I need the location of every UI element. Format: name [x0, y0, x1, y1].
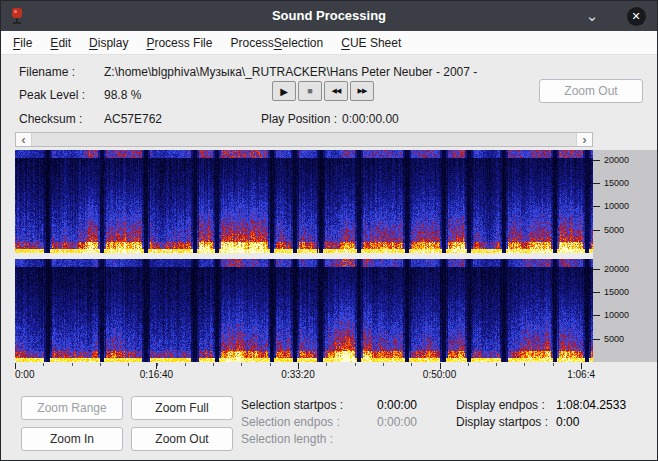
- filename-label: Filename :: [19, 65, 104, 79]
- menu-item-edit[interactable]: Edit: [41, 31, 80, 54]
- menu-bar: FileEditDisplayProcess FileProcess Selec…: [1, 31, 657, 55]
- rewind-button[interactable]: ◀◀: [324, 81, 348, 101]
- time-minor-tick: [241, 363, 242, 366]
- display-endpos-label: Display endpos :: [456, 398, 556, 412]
- freq-tick: [593, 230, 600, 231]
- chevron-right-icon: ›: [583, 133, 587, 147]
- stop-button[interactable]: ■: [298, 81, 322, 101]
- selection-startpos-label: Selection startpos :: [241, 398, 377, 412]
- peak-level-row: Peak Level : 98.8 %: [19, 88, 141, 102]
- horizontal-scrollbar: ‹ ›: [15, 132, 593, 147]
- freq-label: 15000: [604, 178, 629, 188]
- frequency-scale-bottom: 2000015000100005000: [593, 259, 657, 362]
- menu-item-process-file[interactable]: Process File: [137, 31, 221, 54]
- freq-tick: [593, 292, 600, 293]
- time-label: 0:16:40: [140, 369, 173, 380]
- time-minor-tick: [270, 363, 271, 366]
- time-axis: 0:000:16:400:33:200:50:001:06:4: [15, 363, 593, 383]
- chevron-left-icon: ‹: [22, 133, 26, 147]
- freq-label: 10000: [604, 201, 629, 211]
- client-area: Filename : Z:\home\blgphiva\Музыка\_RUTR…: [1, 55, 657, 461]
- chevron-down-icon: ⌄: [586, 7, 599, 25]
- selection-endpos-label: Selection endpos :: [241, 415, 377, 429]
- stop-icon: ■: [307, 86, 312, 96]
- filename-value: Z:\home\blgphiva\Музыка\_RUTRACKER\Hans …: [104, 65, 477, 79]
- title-bar: Sound Processing ⌄ ✕: [1, 1, 657, 31]
- play-icon: ▶: [280, 86, 288, 97]
- freq-tick: [593, 160, 600, 161]
- display-startpos-label: Display startpos :: [456, 415, 556, 429]
- zoom-out-top-button[interactable]: Zoom Out: [539, 79, 643, 103]
- checksum-label: Checksum :: [19, 112, 104, 126]
- transport-controls: ▶ ■ ◀◀ ▶▶: [272, 81, 374, 101]
- forward-button[interactable]: ▶▶: [350, 81, 374, 101]
- time-label: 0:50:00: [423, 369, 456, 380]
- filename-row: Filename : Z:\home\blgphiva\Музыка\_RUTR…: [19, 65, 477, 79]
- menu-item-process-selection[interactable]: Process Selection: [221, 31, 332, 54]
- scroll-right-button[interactable]: ›: [576, 133, 592, 146]
- selection-endpos-value: 0:00:00: [377, 415, 417, 429]
- minimize-button[interactable]: ⌄: [579, 1, 605, 31]
- close-button[interactable]: ✕: [623, 1, 649, 31]
- menu-item-file[interactable]: File: [4, 31, 41, 54]
- freq-tick: [593, 269, 600, 270]
- zoom-in-button[interactable]: Zoom In: [21, 427, 123, 451]
- spectrogram-right-channel[interactable]: [15, 259, 593, 362]
- spectrogram-left-channel[interactable]: [15, 150, 593, 253]
- scrollbar-thumb[interactable]: [32, 133, 576, 146]
- display-endpos-row: Display endpos : 1:08:04.2533: [456, 398, 626, 412]
- freq-label: 15000: [604, 287, 629, 297]
- play-position-label: Play Position :: [261, 112, 337, 126]
- menu-item-cue-sheet[interactable]: CUE Sheet: [332, 31, 410, 54]
- checksum-value: AC57E762: [104, 112, 162, 126]
- zoom-range-button[interactable]: Zoom Range: [21, 396, 123, 420]
- peak-level-value: 98.8 %: [104, 88, 141, 102]
- time-minor-tick: [128, 363, 129, 366]
- freq-tick: [593, 339, 600, 340]
- display-endpos-value: 1:08:04.2533: [556, 398, 626, 412]
- freq-tick: [593, 315, 600, 316]
- selection-startpos-value: 0:00:00: [377, 398, 417, 412]
- play-position-value: 0:00:00.00: [342, 112, 399, 126]
- selection-length-row: Selection length :: [241, 432, 377, 446]
- time-minor-tick: [468, 363, 469, 366]
- window-title: Sound Processing: [1, 1, 657, 31]
- time-minor-tick: [72, 363, 73, 366]
- time-label: 0:33:20: [281, 369, 314, 380]
- time-minor-tick: [383, 363, 384, 366]
- selection-startpos-row: Selection startpos : 0:00:00: [241, 398, 417, 412]
- time-minor-tick: [100, 363, 101, 366]
- frequency-scale-strip: 2000015000100005000 2000015000100005000: [593, 150, 657, 362]
- play-position-row: Play Position : 0:00:00.00: [261, 112, 399, 126]
- freq-tick: [593, 183, 600, 184]
- freq-tick: [593, 206, 600, 207]
- selection-length-label: Selection length :: [241, 432, 377, 446]
- play-button[interactable]: ▶: [272, 81, 296, 101]
- app-window: Sound Processing ⌄ ✕ FileEditDisplayProc…: [0, 0, 658, 461]
- freq-label: 20000: [604, 264, 629, 274]
- time-minor-tick: [43, 363, 44, 366]
- time-minor-tick: [496, 363, 497, 366]
- time-minor-tick: [553, 363, 554, 366]
- freq-label: 20000: [604, 155, 629, 165]
- time-minor-tick: [355, 363, 356, 366]
- zoom-full-button[interactable]: Zoom Full: [131, 396, 233, 420]
- time-minor-tick: [411, 363, 412, 366]
- scroll-left-button[interactable]: ‹: [16, 133, 32, 146]
- menu-item-display[interactable]: Display: [80, 31, 137, 54]
- display-startpos-row: Display startpos : 0:00: [456, 415, 579, 429]
- freq-label: 5000: [604, 225, 624, 235]
- frequency-scale-top: 2000015000100005000: [593, 150, 657, 253]
- display-startpos-value: 0:00: [556, 415, 579, 429]
- time-label: 1:06:4: [567, 369, 595, 380]
- rewind-icon: ◀◀: [332, 87, 341, 95]
- selection-endpos-row: Selection endpos : 0:00:00: [241, 415, 417, 429]
- time-minor-tick: [524, 363, 525, 366]
- freq-label: 5000: [604, 334, 624, 344]
- forward-icon: ▶▶: [358, 87, 367, 95]
- close-icon: ✕: [627, 7, 646, 26]
- checksum-row: Checksum : AC57E762: [19, 112, 162, 126]
- zoom-out-button[interactable]: Zoom Out: [131, 427, 233, 451]
- time-minor-tick: [326, 363, 327, 366]
- peak-level-label: Peak Level :: [19, 88, 104, 102]
